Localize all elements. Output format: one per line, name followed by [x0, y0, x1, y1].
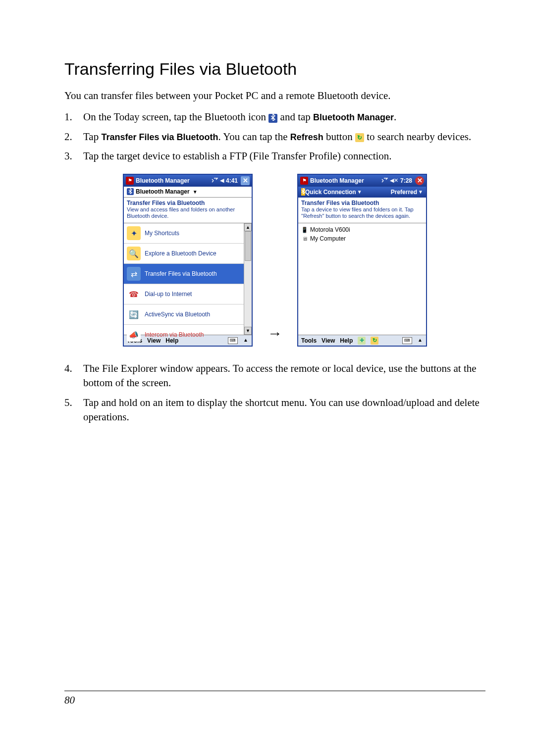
- bottom-toolbar: Tools View Help ✚ ↻ ⌨ ▲: [298, 335, 426, 346]
- titlebar: ⚑ Bluetooth Manager ◀✕ 7:28 ✕: [298, 175, 426, 187]
- list-item-shortcuts[interactable]: ✦ My Shortcuts: [124, 223, 244, 244]
- app-icon: ⚑: [126, 177, 134, 185]
- view-menu[interactable]: View: [321, 337, 335, 344]
- step-1-bold: Bluetooth Manager: [313, 112, 394, 122]
- refresh-toolbar-icon[interactable]: ↻: [371, 337, 378, 345]
- step-2-text-a: Tap: [83, 131, 101, 143]
- list-item-explore[interactable]: 🔍 Explore a Bluetooth Device: [124, 244, 244, 264]
- step-3: Tap the target device to establish a FTP…: [64, 149, 485, 163]
- steps-list-continued: The File Explorer window appears. To acc…: [64, 361, 485, 425]
- scroll-up-button[interactable]: ▲: [244, 223, 252, 231]
- screenshot-row: ⚑ Bluetooth Manager ◀ 4:41 ✕ Bluetooth M…: [64, 174, 485, 347]
- speaker-icon: ◀: [220, 177, 224, 184]
- close-icon[interactable]: ✕: [415, 176, 424, 185]
- clock-time: 7:28: [400, 177, 412, 184]
- subtitle-label: Bluetooth Manager: [136, 188, 190, 195]
- list-item-intercom[interactable]: 📣 Intercom via Bluetooth: [124, 325, 244, 345]
- panel-header: Transfer Files via Bluetooth Tap a devic…: [298, 198, 426, 224]
- help-menu[interactable]: Help: [340, 337, 353, 344]
- step-5: Tap and hold on an item to display the s…: [64, 396, 485, 425]
- section-heading: Transferring Files via Bluetooth: [64, 59, 485, 79]
- screenshot-right: ⚑ Bluetooth Manager ◀✕ 7:28 ✕ Quick Conn…: [297, 174, 427, 347]
- sip-up-icon[interactable]: ▲: [417, 338, 423, 344]
- panel-title: Transfer Files via Bluetooth: [301, 200, 423, 206]
- intercom-icon: 📣: [127, 328, 141, 342]
- subtitle-bar: Quick Connection ▼ Preferred ▼: [298, 187, 426, 198]
- step-2-text-d: to search nearby devices.: [367, 131, 471, 143]
- bluetooth-badge-icon: [127, 188, 134, 195]
- list-item-label: ActiveSync via Bluetooth: [145, 311, 210, 318]
- shortcuts-icon: ✦: [127, 226, 141, 240]
- computer-icon: 🖥: [301, 235, 308, 242]
- close-icon[interactable]: ✕: [241, 176, 250, 185]
- magnifier-icon: 🔍: [127, 247, 141, 260]
- chevron-down-icon: ▼: [193, 189, 198, 195]
- list-item-activesync[interactable]: 🔄 ActiveSync via Bluetooth: [124, 304, 244, 325]
- device-list: 📱 Motorola V600i 🖥 My Computer: [298, 223, 426, 335]
- device-row[interactable]: 📱 Motorola V600i: [300, 225, 424, 234]
- sync-icon: 🔄: [127, 307, 141, 321]
- list-item-label: Dial-up to Internet: [145, 291, 192, 298]
- panel-description: View and access files and folders on ano…: [127, 206, 249, 220]
- list-item-label: My Shortcuts: [145, 230, 179, 237]
- quick-connection-label[interactable]: Quick Connection: [305, 189, 356, 196]
- bluetooth-icon: [268, 114, 277, 123]
- window-title: Bluetooth Manager: [310, 177, 364, 184]
- chevron-down-icon: ▼: [357, 189, 362, 195]
- panel-title: Transfer Files via Bluetooth: [127, 200, 249, 206]
- clock-time: 4:41: [226, 177, 238, 184]
- refresh-icon: ↻: [355, 133, 364, 142]
- list-item-label: Transfer Files via Bluetooth: [145, 270, 217, 277]
- list-item-transfer[interactable]: ⇄ Transfer Files via Bluetooth: [124, 264, 244, 284]
- folder-transfer-icon: ⇄: [127, 267, 141, 281]
- chevron-down-icon: ▼: [418, 189, 423, 195]
- bluetooth-badge-icon: [301, 188, 305, 196]
- new-icon[interactable]: ✚: [358, 337, 366, 345]
- panel-description: Tap a device to view files and folders o…: [301, 206, 423, 220]
- step-2-bold-2: Refresh: [290, 132, 323, 142]
- arrow-right-icon: →: [268, 325, 282, 342]
- panel-header: Transfer Files via Bluetooth View and ac…: [124, 198, 252, 224]
- tools-menu[interactable]: Tools: [301, 337, 317, 344]
- step-2-text-c: button: [323, 131, 355, 143]
- step-4: The File Explorer window appears. To acc…: [64, 361, 485, 391]
- page-footer: 80: [64, 691, 485, 706]
- steps-list: On the Today screen, tap the Bluetooth i…: [64, 110, 485, 163]
- scroll-track[interactable]: [244, 231, 252, 327]
- list-item-label: Intercom via Bluetooth: [145, 331, 204, 338]
- step-1-text-a: On the Today screen, tap the Bluetooth i…: [83, 111, 268, 123]
- preferred-label[interactable]: Preferred: [391, 189, 417, 196]
- list-item-dialup[interactable]: ☎ Dial-up to Internet: [124, 284, 244, 304]
- phone-device-icon: 📱: [301, 226, 308, 233]
- keyboard-icon[interactable]: ⌨: [402, 337, 412, 344]
- page-number: 80: [64, 694, 75, 706]
- list-area: ✦ My Shortcuts 🔍 Explore a Bluetooth Dev…: [124, 223, 252, 335]
- app-icon: ⚑: [300, 177, 308, 185]
- device-row[interactable]: 🖥 My Computer: [300, 234, 424, 243]
- intro-paragraph: You can transfer files between your Pock…: [64, 89, 485, 103]
- scroll-down-button[interactable]: ▼: [244, 327, 252, 335]
- phone-icon: ☎: [127, 287, 141, 301]
- titlebar: ⚑ Bluetooth Manager ◀ 4:41 ✕: [124, 175, 252, 187]
- step-2: Tap Transfer Files via Bluetooth. You ca…: [64, 130, 485, 144]
- speaker-icon: ◀✕: [390, 177, 398, 184]
- subtitle-bar[interactable]: Bluetooth Manager ▼: [124, 187, 252, 198]
- list-items: ✦ My Shortcuts 🔍 Explore a Bluetooth Dev…: [124, 223, 244, 335]
- window-title: Bluetooth Manager: [136, 177, 190, 184]
- step-1-text-c: .: [394, 111, 396, 123]
- device-label: Motorola V600i: [310, 226, 350, 233]
- list-item-label: Explore a Bluetooth Device: [145, 250, 216, 257]
- vertical-scrollbar[interactable]: ▲ ▼: [244, 223, 252, 335]
- scroll-thumb[interactable]: [245, 231, 251, 261]
- step-2-bold-1: Transfer Files via Bluetooth: [101, 132, 218, 142]
- step-1: On the Today screen, tap the Bluetooth i…: [64, 110, 485, 124]
- step-1-text-b: and tap: [280, 111, 313, 123]
- step-2-text-b: . You can tap the: [218, 131, 290, 143]
- device-label: My Computer: [310, 235, 346, 242]
- signal-icon: [211, 177, 218, 184]
- screenshot-left: ⚑ Bluetooth Manager ◀ 4:41 ✕ Bluetooth M…: [123, 174, 253, 347]
- signal-icon: [381, 177, 388, 184]
